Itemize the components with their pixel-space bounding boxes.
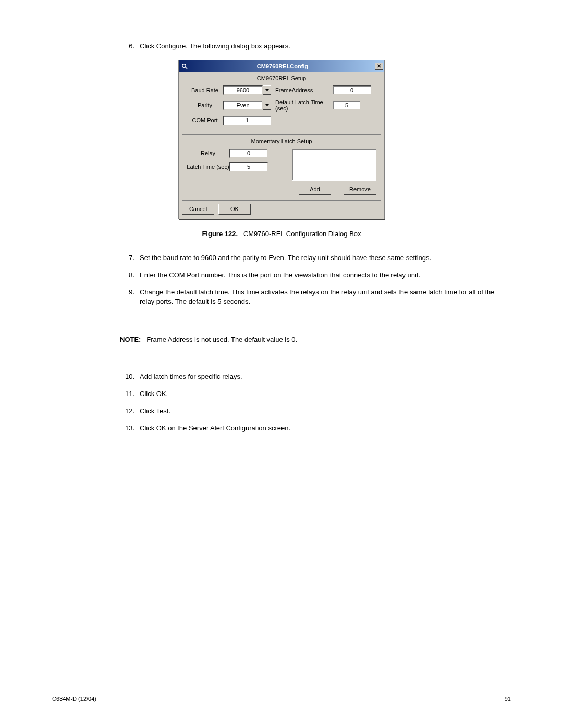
svg-point-0 bbox=[182, 64, 186, 67]
frame-address-input[interactable]: 0 bbox=[333, 85, 371, 95]
chevron-down-icon[interactable] bbox=[263, 85, 271, 95]
step-12: 12. Click Test. bbox=[120, 406, 511, 416]
add-button[interactable]: Add bbox=[299, 184, 331, 195]
close-icon[interactable]: ✕ bbox=[375, 63, 383, 70]
figure-caption-text: CM9760-REL Configuration Dialog Box bbox=[243, 230, 361, 238]
instructions-after-note: 10. Add latch times for specific relays.… bbox=[120, 372, 511, 433]
relay-input[interactable]: 0 bbox=[229, 149, 268, 158]
svg-line-1 bbox=[186, 67, 188, 69]
instructions-after-figure: 7. Set the baud rate to 9600 and the par… bbox=[120, 253, 511, 307]
com-port-label: COM Port bbox=[187, 117, 223, 124]
default-latch-label: Default Latch Time (sec) bbox=[275, 99, 333, 112]
figure-dialog-screenshot: CM9760RELConfig ✕ CM9670REL Setup Baud R… bbox=[52, 60, 511, 219]
step-text: Enter the COM Port number. This is the p… bbox=[140, 270, 511, 280]
divider bbox=[120, 351, 511, 351]
instructions-before-figure: 6. Click Configure. The following dialog… bbox=[120, 42, 511, 52]
step-number: 10. bbox=[120, 372, 140, 382]
step-number: 6. bbox=[120, 42, 140, 52]
step-text: Click OK. bbox=[140, 389, 511, 399]
relay-listbox[interactable] bbox=[292, 149, 376, 181]
remove-button[interactable]: Remove bbox=[344, 184, 376, 195]
step-6: 6. Click Configure. The following dialog… bbox=[120, 42, 511, 52]
dialog-titlebar: CM9760RELConfig ✕ bbox=[179, 60, 384, 72]
latch-time-label: Latch Time (sec) bbox=[187, 164, 229, 170]
step-number: 7. bbox=[120, 253, 140, 263]
step-number: 9. bbox=[120, 288, 140, 307]
parity-combo[interactable]: Even bbox=[223, 101, 271, 110]
page-footer: C634M-D (12/04) 91 bbox=[52, 696, 511, 702]
figure-label: Figure 122. bbox=[202, 230, 238, 238]
step-8: 8. Enter the COM Port number. This is th… bbox=[120, 270, 511, 280]
step-text: Click OK on the Server Alert Configurati… bbox=[140, 424, 511, 434]
note-text: Frame Address is not used. The default v… bbox=[146, 336, 297, 343]
step-text: Add latch times for specific relays. bbox=[140, 372, 511, 382]
app-icon bbox=[181, 63, 188, 70]
latch-time-input[interactable]: 5 bbox=[229, 162, 268, 171]
step-text: Click Test. bbox=[140, 406, 511, 416]
note-content: NOTE: Frame Address is not used. The def… bbox=[120, 328, 511, 351]
com-port-input[interactable]: 1 bbox=[223, 116, 271, 125]
dialog-title: CM9760RELConfig bbox=[190, 63, 375, 69]
step-text: Change the default latch time. This time… bbox=[140, 288, 511, 307]
relay-label: Relay bbox=[187, 150, 229, 156]
step-11: 11. Click OK. bbox=[120, 389, 511, 399]
ok-button[interactable]: OK bbox=[218, 204, 251, 215]
setup-group-legend: CM9670REL Setup bbox=[255, 75, 308, 81]
footer-doc-id: C634M-D (12/04) bbox=[52, 696, 96, 702]
parity-value[interactable]: Even bbox=[223, 101, 263, 110]
step-13: 13. Click OK on the Server Alert Configu… bbox=[120, 424, 511, 434]
note-label: NOTE: bbox=[120, 336, 141, 343]
note-box: NOTE: Frame Address is not used. The def… bbox=[120, 328, 511, 351]
baud-rate-value[interactable]: 9600 bbox=[223, 85, 263, 95]
step-text: Set the baud rate to 9600 and the parity… bbox=[140, 253, 511, 263]
step-number: 12. bbox=[120, 406, 140, 416]
step-text: Click Configure. The following dialog bo… bbox=[140, 42, 511, 52]
cancel-button[interactable]: Cancel bbox=[182, 204, 214, 215]
parity-label: Parity bbox=[187, 102, 223, 108]
step-9: 9. Change the default latch time. This t… bbox=[120, 288, 511, 307]
default-latch-input[interactable]: 5 bbox=[333, 101, 361, 110]
dialog-body: CM9670REL Setup Baud Rate 9600 FrameAddr… bbox=[179, 72, 384, 219]
baud-rate-combo[interactable]: 9600 bbox=[223, 85, 271, 95]
step-number: 11. bbox=[120, 389, 140, 399]
chevron-down-icon[interactable] bbox=[263, 101, 271, 110]
config-dialog: CM9760RELConfig ✕ CM9670REL Setup Baud R… bbox=[178, 60, 385, 219]
svg-marker-2 bbox=[265, 89, 269, 91]
figure-caption: Figure 122. CM9760-REL Configuration Dia… bbox=[52, 230, 511, 238]
footer-page-number: 91 bbox=[505, 696, 511, 702]
step-number: 8. bbox=[120, 270, 140, 280]
setup-group: CM9670REL Setup Baud Rate 9600 FrameAddr… bbox=[182, 75, 381, 135]
frame-address-label: FrameAddress bbox=[275, 87, 333, 93]
momentary-group: Momentary Latch Setup Relay 0 Latch Time… bbox=[182, 138, 381, 201]
step-number: 13. bbox=[120, 424, 140, 434]
step-10: 10. Add latch times for specific relays. bbox=[120, 372, 511, 382]
momentary-group-legend: Momentary Latch Setup bbox=[250, 138, 314, 144]
baud-rate-label: Baud Rate bbox=[187, 87, 223, 93]
svg-marker-3 bbox=[265, 104, 269, 106]
step-7: 7. Set the baud rate to 9600 and the par… bbox=[120, 253, 511, 263]
